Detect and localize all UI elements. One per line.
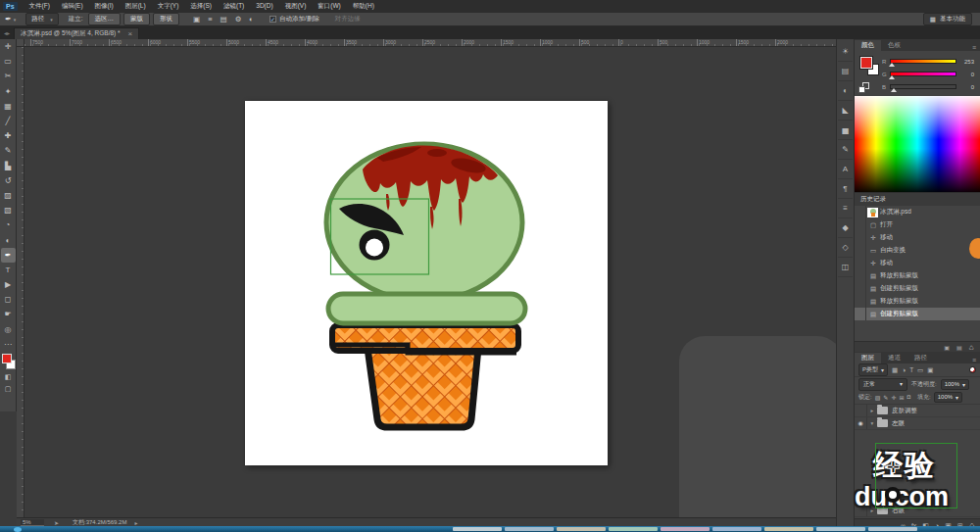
foreground-color-swatch[interactable] <box>860 57 872 69</box>
filter-toggle-icon[interactable] <box>969 366 976 373</box>
history-item[interactable]: ✛ 移动 <box>855 231 980 244</box>
history-brush-source-box[interactable] <box>855 269 866 282</box>
auto-add-checkbox[interactable]: ✓ <box>270 16 276 23</box>
path-alignment-icon[interactable]: ≡ <box>208 15 212 24</box>
taskbar-window-tile[interactable] <box>868 527 917 531</box>
tool-button[interactable]: ▙ <box>1 159 16 173</box>
tab-scroll-icon[interactable]: ◂▸ <box>0 29 14 39</box>
layer-visibility-eye-icon[interactable] <box>855 405 867 416</box>
taskbar-window-tile[interactable] <box>609 527 658 531</box>
history-item[interactable]: ▭ 自由变换 <box>855 244 980 257</box>
lock-pixels-icon[interactable]: ✎ <box>883 394 888 401</box>
slider-thumb-icon[interactable] <box>889 75 895 79</box>
history-brush-source-box[interactable] <box>855 231 866 244</box>
info-icon[interactable]: ◐ <box>838 81 853 101</box>
menu-item[interactable]: 文件(F) <box>24 2 56 11</box>
timeline-icon[interactable]: ◫ <box>838 258 853 277</box>
close-tab-icon[interactable]: × <box>128 29 133 38</box>
panel-grid-icon[interactable]: ▤ <box>956 344 962 351</box>
rubber-band-icon[interactable]: ◐ <box>249 15 254 24</box>
history-brush-source-box[interactable] <box>855 206 866 218</box>
tab-channels[interactable]: 通道 <box>881 353 907 363</box>
workspace-switcher[interactable]: ▦ 基本功能 <box>923 13 972 25</box>
tool-button[interactable]: ✂ <box>1 69 16 83</box>
taskbar-window-tile[interactable] <box>764 527 813 531</box>
windows-taskbar[interactable] <box>0 526 980 532</box>
foreground-color-swatch[interactable] <box>2 354 12 363</box>
tool-button[interactable]: ▧ <box>1 203 16 218</box>
expand-arrow-icon[interactable]: ▾ <box>867 420 877 426</box>
filter-smart-icon[interactable]: ▣ <box>927 366 933 374</box>
zoom-level-field[interactable]: 5% <box>21 519 44 526</box>
blend-mode-select[interactable]: 正常 ▾ <box>858 378 907 391</box>
layer-visibility-eye-icon[interactable]: ◉ <box>855 417 867 429</box>
make-button[interactable]: 蒙版 <box>123 13 150 25</box>
tab-paths[interactable]: 路径 <box>907 353 934 363</box>
tool-button[interactable]: ◐ <box>1 232 16 247</box>
quick-mask-icon[interactable]: ◧ <box>5 373 12 385</box>
brush-settings-icon[interactable]: ✎ <box>838 140 853 160</box>
history-brush-source-box[interactable] <box>855 308 866 320</box>
tool-button[interactable]: ◔ <box>1 218 16 232</box>
libraries-icon[interactable]: ◆ <box>838 218 853 238</box>
navigator-icon[interactable]: ◣ <box>838 101 853 121</box>
history-item[interactable]: 冰淇淋.psd <box>855 206 980 218</box>
history-brush-source-box[interactable] <box>855 257 866 269</box>
tool-button[interactable]: ╱ <box>1 114 16 128</box>
menu-item[interactable]: 图层(L) <box>120 2 152 11</box>
path-operations-icon[interactable]: ▣ <box>193 15 200 24</box>
color-swatches[interactable] <box>1 354 16 373</box>
lock-transparent-icon[interactable]: ▨ <box>875 394 881 401</box>
history-item[interactable]: ▤ 创建剪贴蒙版 <box>855 308 980 320</box>
styles-icon[interactable]: ▤ <box>838 62 853 81</box>
tab-color[interactable]: 颜色 <box>855 40 881 51</box>
color-spectrum-picker[interactable] <box>855 96 980 192</box>
taskbar-window-tile[interactable] <box>453 527 502 531</box>
tab-swatches[interactable]: 色板 <box>881 40 907 51</box>
collapse-panels-icon[interactable]: ▣ <box>944 344 950 351</box>
tool-button[interactable]: ◻ <box>1 292 16 307</box>
filter-type-icon[interactable]: T <box>909 366 913 374</box>
pen-tool-preset-icon[interactable]: ✒ <box>5 15 12 24</box>
menu-item[interactable]: 窗口(W) <box>312 2 346 11</box>
history-brush-source-box[interactable] <box>855 218 866 231</box>
history-brush-source-box[interactable] <box>855 244 866 257</box>
tool-button[interactable]: ▨ <box>1 188 16 203</box>
artboard[interactable] <box>245 101 608 465</box>
panel-menu-icon[interactable]: ≡ <box>972 44 976 51</box>
panel-trash-icon[interactable]: ♺ <box>969 344 974 351</box>
opacity-value[interactable]: 100% ▾ <box>941 379 969 390</box>
menu-item[interactable]: 帮助(H) <box>347 2 380 11</box>
filter-adjustment-icon[interactable]: ◑ <box>902 366 906 374</box>
make-button[interactable]: 选区… <box>88 13 122 25</box>
history-item[interactable]: ▤ 创建剪贴蒙版 <box>855 282 980 295</box>
layer-filter-select[interactable]: P类型 ▾ <box>858 363 888 376</box>
taskbar-window-tile[interactable] <box>661 527 710 531</box>
history-item[interactable]: ▤ 释放剪贴蒙版 <box>855 269 980 282</box>
taskbar-window-tile[interactable] <box>557 527 606 531</box>
tool-button[interactable]: ⋯ <box>1 337 16 352</box>
color-slider[interactable]: B 0 <box>882 80 978 93</box>
tool-button[interactable]: ✦ <box>1 84 16 99</box>
layer-row[interactable]: ▸ 皮肤调整 <box>855 405 980 417</box>
expand-arrow-icon[interactable]: ▸ <box>867 408 877 413</box>
history-item[interactable]: ▤ 释放剪贴蒙版 <box>855 295 980 308</box>
screen-mode-icon[interactable]: ▢ <box>5 385 12 397</box>
history-brush-source-box[interactable] <box>855 295 866 308</box>
panel-menu-icon[interactable]: ≡ <box>972 357 976 363</box>
layer-row[interactable]: ◉ ▾ 左眼 <box>855 417 980 430</box>
menu-item[interactable]: 文字(Y) <box>152 2 185 11</box>
lock-position-icon[interactable]: ✛ <box>891 394 896 401</box>
menu-item[interactable]: 编辑(E) <box>56 2 89 11</box>
menu-item[interactable]: 滤镜(T) <box>218 2 250 11</box>
taskbar-window-tile[interactable] <box>712 527 761 531</box>
tool-button[interactable]: ▭ <box>1 54 16 69</box>
lock-artboard-icon[interactable]: ⊞ <box>899 394 904 401</box>
history-brush-source-box[interactable] <box>855 282 866 295</box>
canvas-area[interactable]: 7500700065006000550050004500400035003000… <box>17 39 836 526</box>
taskbar-window-tile[interactable] <box>816 527 865 531</box>
tool-button[interactable]: ▶ <box>1 277 16 292</box>
tool-button[interactable]: ◎ <box>1 322 16 337</box>
menu-item[interactable]: 选择(S) <box>184 2 218 11</box>
character-styles-icon[interactable]: ≡ <box>838 199 853 218</box>
